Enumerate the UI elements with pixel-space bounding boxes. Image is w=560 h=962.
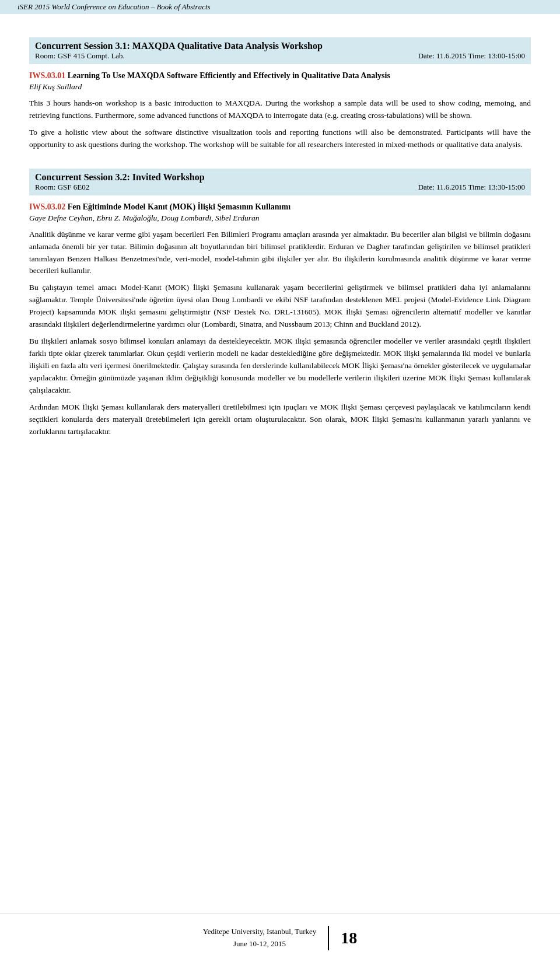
session1-paper-authors: Elif Kuş Saillard — [29, 82, 531, 92]
session2-para-1: Analitik düşünme ve karar verme gibi yaş… — [29, 229, 531, 278]
session2-paper-header: IWS.03.02 Fen Eğitiminde Model Kanıt (MO… — [29, 202, 531, 212]
session2-paper-authors: Gaye Defne Ceyhan, Ebru Z. Muğaloğlu, Do… — [29, 214, 531, 223]
session2-paper-id: IWS.03.02 — [29, 202, 65, 211]
session1-para-1: This 3 hours hands-on workshop is a basi… — [29, 97, 531, 122]
footer-left: Yeditepe University, Istanbul, Turkey Ju… — [203, 926, 330, 950]
session1-room: Room: GSF 415 Compt. Lab. — [35, 51, 125, 61]
session1-paper-body: This 3 hours hands-on workshop is a basi… — [29, 97, 531, 151]
session2-header-row: Concurrent Session 3.2: Invited Workshop — [35, 172, 525, 183]
session1-header-row: Concurrent Session 3.1: MAXQDA Qualitati… — [35, 41, 525, 51]
header-bar: iSER 2015 World Conference on Education … — [0, 0, 560, 14]
footer-dates: June 10-12, 2015 — [203, 938, 317, 950]
session2-sub: Room: GSF 6E02 Date: 11.6.2015 Time: 13:… — [35, 183, 525, 192]
session2-room: Room: GSF 6E02 — [35, 183, 89, 192]
footer-page-number: 18 — [329, 926, 357, 950]
session1-paper-title: Learning To Use MAXQDA Software Efficien… — [68, 71, 390, 80]
session1-paper: IWS.03.01 Learning To Use MAXQDA Softwar… — [29, 71, 531, 151]
session2-paper-title: Fen Eğitiminde Model Kanıt (MOK) İlişki … — [68, 202, 290, 211]
session2-para-2: Bu çalıştayın temel amacı Model-Kanıt (M… — [29, 282, 531, 331]
session1-header: Concurrent Session 3.1: MAXQDA Qualitati… — [29, 37, 531, 64]
session1-paper-header: IWS.03.01 Learning To Use MAXQDA Softwar… — [29, 71, 531, 81]
session2-para-3: Bu ilişkileri anlamak sosyo bilimsel kon… — [29, 335, 531, 397]
session1-paper-id: IWS.03.01 — [29, 71, 65, 80]
header-text: iSER 2015 World Conference on Education … — [18, 2, 211, 11]
session2-para-4: Ardından MOK İlişki Şeması kullanılarak … — [29, 401, 531, 438]
session2-date: Date: 11.6.2015 Time: 13:30-15:00 — [418, 183, 525, 192]
page-container: iSER 2015 World Conference on Education … — [0, 0, 560, 962]
footer-area: Yeditepe University, Istanbul, Turkey Ju… — [0, 914, 560, 962]
session1-para-2: To give a holistic view about the softwa… — [29, 127, 531, 151]
session2-title: Concurrent Session 3.2: Invited Workshop — [35, 172, 205, 183]
footer-university: Yeditepe University, Istanbul, Turkey — [203, 926, 317, 938]
session2-header: Concurrent Session 3.2: Invited Workshop… — [29, 169, 531, 195]
session1-title: Concurrent Session 3.1: MAXQDA Qualitati… — [35, 41, 323, 51]
session2-paper-body: Analitik düşünme ve karar verme gibi yaş… — [29, 229, 531, 438]
session1-date: Date: 11.6.2015 Time: 13:00-15:00 — [418, 51, 525, 61]
session2-paper: IWS.03.02 Fen Eğitiminde Model Kanıt (MO… — [29, 202, 531, 438]
session1-sub: Room: GSF 415 Compt. Lab. Date: 11.6.201… — [35, 51, 525, 61]
content-area: Concurrent Session 3.1: MAXQDA Qualitati… — [0, 14, 560, 489]
